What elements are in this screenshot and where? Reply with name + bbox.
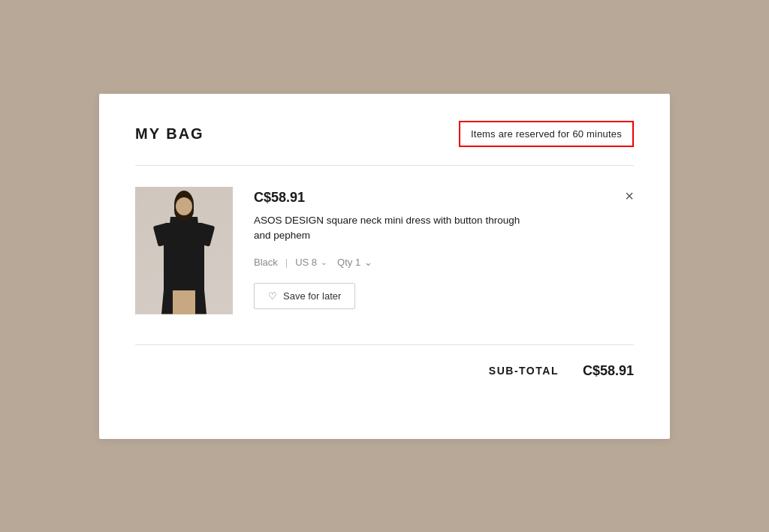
color-option: Black (254, 257, 278, 268)
item-options: Black | US 8 ⌄ Qty 1 ⌄ (254, 257, 634, 268)
shopping-bag-card: MY BAG Items are reserved for 60 minutes… (99, 94, 670, 439)
item-price: C$58.91 (254, 190, 634, 206)
heart-icon: ♡ (268, 290, 277, 302)
save-for-later-button[interactable]: ♡ Save for later (254, 283, 355, 309)
figure-body (164, 223, 204, 294)
card-header: MY BAG Items are reserved for 60 minutes (135, 121, 634, 147)
save-later-label: Save for later (283, 290, 341, 302)
subtotal-row: SUB-TOTAL C$58.91 (135, 344, 634, 379)
remove-item-button[interactable]: × (625, 188, 634, 203)
reserved-badge: Items are reserved for 60 minutes (459, 121, 634, 147)
item-name: ASOS DESIGN square neck mini dress with … (254, 213, 539, 244)
size-chevron-icon: ⌄ (321, 258, 327, 266)
product-image (135, 187, 233, 314)
page-title: MY BAG (135, 125, 204, 143)
qty-selector[interactable]: Qty 1 ⌄ (337, 257, 372, 268)
subtotal-label: SUB-TOTAL (489, 365, 559, 377)
size-label: US 8 (295, 257, 317, 268)
size-selector[interactable]: US 8 ⌄ (295, 257, 327, 268)
qty-label: Qty 1 (337, 257, 360, 268)
subtotal-amount: C$58.91 (583, 363, 634, 379)
item-details: C$58.91 ASOS DESIGN square neck mini dre… (254, 187, 634, 310)
qty-chevron-icon: ⌄ (364, 257, 372, 268)
figure-face (176, 197, 192, 215)
options-divider: | (285, 257, 288, 268)
header-divider (135, 165, 634, 166)
cart-item: C$58.91 ASOS DESIGN square neck mini dre… (135, 187, 634, 314)
figure-legs (173, 290, 195, 314)
